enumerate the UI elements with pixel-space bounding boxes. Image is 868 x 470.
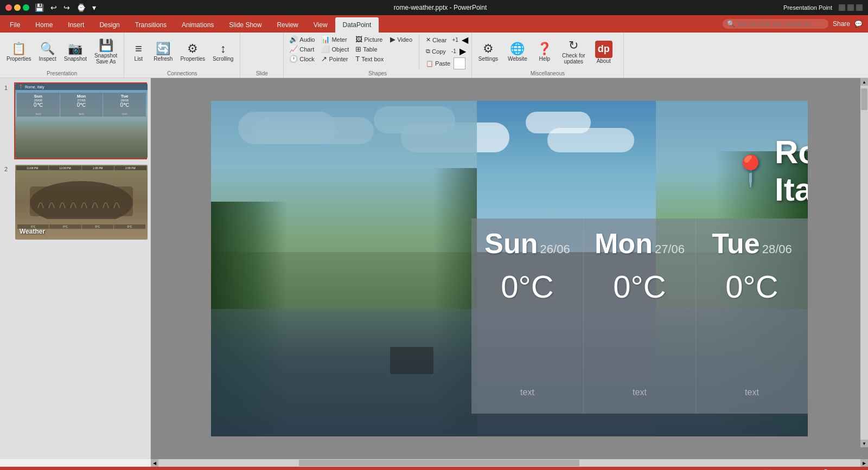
win-close[interactable]: [856, 4, 863, 11]
qa-save[interactable]: 💾: [34, 2, 45, 13]
next-icon[interactable]: ▶: [459, 46, 466, 56]
plus1-button[interactable]: +1: [450, 36, 460, 43]
win-restore[interactable]: [847, 4, 854, 11]
scroll-left-btn[interactable]: ◀: [151, 459, 158, 467]
thumb2-label: Weather: [20, 228, 45, 235]
object-button[interactable]: ⬜ Object: [319, 44, 351, 54]
scroll-down-btn[interactable]: ▼: [860, 440, 868, 447]
paste-button[interactable]: 📋 Paste: [424, 60, 452, 68]
settings-button[interactable]: ⚙ Settings: [475, 41, 501, 63]
scrolling-icon: ↕: [220, 43, 226, 55]
tue-day: Tue: [712, 229, 760, 257]
scroll-right-btn[interactable]: ▶: [860, 459, 868, 467]
chart-button[interactable]: 📈 Chart: [287, 44, 317, 54]
clear-button[interactable]: ✕ Clear: [424, 36, 449, 44]
ribbon-bar: 📋 Properties 🔍 Inspect 📷 Snapshot 💾 Snap…: [0, 33, 868, 78]
dp-badge: dp: [595, 41, 612, 58]
picture-icon: 🖼: [355, 35, 362, 43]
snapshot-saveas-button[interactable]: 💾 SnapshotSave As: [91, 38, 120, 66]
tab-view[interactable]: View: [306, 17, 335, 33]
list-button[interactable]: ≡ List: [127, 41, 149, 63]
ribbon: File Home Insert Design Transitions Anim…: [0, 15, 868, 33]
table-button[interactable]: ⊞ Table: [353, 44, 386, 54]
scroll-up-btn[interactable]: ▲: [860, 78, 868, 86]
website-button[interactable]: 🌐 Website: [505, 41, 531, 63]
miscellaneous-section: ⚙ Settings 🌐 Website ❓ Help ↻ Check foru…: [472, 33, 624, 78]
paste-icon: 📋: [426, 60, 433, 67]
tab-review[interactable]: Review: [269, 17, 305, 33]
slide-1-container: 1 📍 Rome, Italy Sun 2: [14, 82, 147, 159]
clear-icon: ✕: [426, 36, 431, 43]
textbox-button[interactable]: T Text box: [353, 54, 386, 63]
tab-home[interactable]: Home: [28, 17, 60, 33]
website-icon: 🌐: [510, 43, 525, 55]
tue-date: 28/06: [762, 242, 792, 256]
minimize-button[interactable]: [14, 4, 21, 11]
tab-slideshow[interactable]: Slide Show: [221, 17, 269, 33]
weather-card-sun: Sun 26/06 0°C text: [471, 218, 584, 414]
scrolling-button[interactable]: ↕ Scrolling: [209, 41, 237, 63]
clock-icon: 🕐: [289, 55, 298, 63]
qa-down[interactable]: ▾: [91, 2, 97, 13]
video-button[interactable]: ▶ Video: [388, 35, 414, 44]
help-button[interactable]: ❓ Help: [534, 41, 556, 63]
horizontal-scrollbar[interactable]: ◀ ▶: [151, 459, 868, 467]
conn-properties-icon: ⚙: [187, 43, 198, 55]
prev-icon[interactable]: ◀: [462, 35, 468, 45]
properties-button[interactable]: 📋 Properties: [3, 41, 35, 63]
snapshot-button[interactable]: 📷 Snapshot: [61, 41, 90, 63]
pointer-icon: ↗: [321, 55, 327, 63]
qa-undo[interactable]: ↩: [49, 2, 58, 13]
audio-button[interactable]: 🔊 Audio: [287, 35, 317, 44]
win-minimize[interactable]: [839, 4, 845, 11]
slide-2-container: 2 11:08 PM 12:08 PM 1:08 PM 2:08 PM: [14, 164, 147, 241]
meter-icon: 📊: [321, 35, 330, 43]
slide-1-number: 1: [4, 85, 8, 91]
color-swatch[interactable]: [454, 57, 465, 69]
slide-2-number: 2: [4, 166, 8, 172]
comments-icon[interactable]: 💬: [854, 20, 863, 28]
minus1-button[interactable]: -1: [449, 48, 458, 55]
chart-icon: 📈: [289, 45, 298, 53]
pointer-button[interactable]: ↗ Pointer: [319, 54, 351, 63]
share-button[interactable]: Share: [833, 20, 850, 28]
slide-canvas[interactable]: 📍 Rome, Italy Sun 26/06 0°C text Mo: [211, 101, 808, 436]
close-button[interactable]: [5, 4, 12, 11]
tab-datapoint[interactable]: DataPoint: [335, 17, 379, 33]
maximize-button[interactable]: [23, 4, 29, 11]
snapshot-icon: 📷: [68, 43, 82, 55]
scroll-thumb[interactable]: [861, 88, 867, 110]
textbox-icon: T: [355, 55, 360, 63]
qa-extra[interactable]: ⌚: [75, 2, 87, 13]
check-updates-button[interactable]: ↻ Check forupdates: [559, 38, 589, 66]
slide-2-thumb[interactable]: 11:08 PM 12:08 PM 1:08 PM 2:08 PM: [14, 164, 147, 241]
weather-card-mon: Mon 27/06 0°C text: [584, 218, 696, 414]
tab-file[interactable]: File: [2, 17, 28, 33]
h-scroll-thumb[interactable]: [299, 460, 580, 466]
inspect-button[interactable]: 🔍 Inspect: [36, 41, 60, 63]
tab-insert[interactable]: Insert: [60, 17, 92, 33]
copy-button[interactable]: ⧉ Copy: [424, 47, 448, 55]
slide-1-thumb[interactable]: 📍 Rome, Italy Sun 26/06 0℃ text: [14, 82, 147, 159]
inspect-icon: 🔍: [40, 43, 55, 55]
about-button[interactable]: dp About: [592, 39, 616, 66]
qa-redo[interactable]: ↪: [62, 2, 71, 13]
clock-button[interactable]: 🕐 Clock: [287, 54, 317, 63]
picture-button[interactable]: 🖼 Picture: [353, 35, 386, 44]
thumb1-tue: Tue: [104, 94, 145, 99]
tell-me-field[interactable]: [737, 21, 824, 27]
tab-design[interactable]: Design: [92, 17, 127, 33]
slide-panel: 1 📍 Rome, Italy Sun 2: [0, 78, 151, 459]
tab-transitions[interactable]: Transitions: [127, 17, 174, 33]
tue-temp: 0°C: [725, 268, 778, 305]
video-icon: ▶: [390, 35, 395, 43]
tab-animations[interactable]: Animations: [174, 17, 221, 33]
settings-icon: ⚙: [483, 43, 494, 55]
vertical-scrollbar[interactable]: ▲ ▼: [860, 78, 868, 447]
conn-properties-button[interactable]: ⚙ Properties: [177, 41, 208, 63]
copy-icon: ⧉: [426, 48, 430, 55]
refresh-button[interactable]: 🔄 Refresh: [150, 41, 176, 63]
shapes-section: 🔊 Audio 📈 Chart 🕐 Clock 📊 Meter: [284, 33, 472, 78]
meter-button[interactable]: 📊 Meter: [319, 35, 351, 44]
canvas-area: 📍 Rome, Italy Sun 26/06 0°C text Mo: [151, 78, 868, 459]
